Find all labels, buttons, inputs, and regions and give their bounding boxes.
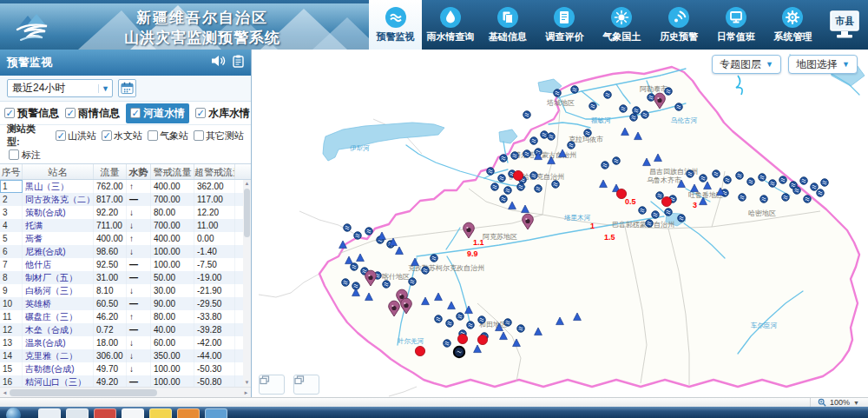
hydro-station-marker[interactable] [435, 315, 443, 323]
vertical-scroll-thumb[interactable] [244, 189, 250, 237]
hydro-station-marker[interactable] [665, 209, 673, 216]
taskbar-app-6[interactable] [177, 408, 200, 418]
hydro-station-marker[interactable] [641, 111, 649, 119]
start-button[interactable] [6, 408, 21, 418]
nav-tab-4[interactable]: 调查评价 [536, 0, 594, 50]
table-row-8[interactable]: 8制材厂（五）31.00—50.00-19.00 [0, 271, 251, 284]
hydro-station-marker[interactable] [548, 133, 556, 141]
hydro-station-marker[interactable] [782, 194, 790, 202]
hydro-station-marker[interactable] [656, 192, 664, 200]
taskbar-app-4[interactable] [122, 408, 144, 418]
hydro-station-marker[interactable] [446, 320, 454, 328]
alert-station-marker[interactable] [415, 346, 424, 355]
hydro-station-marker[interactable] [648, 94, 655, 102]
hydro-station-marker[interactable] [724, 176, 732, 184]
nav-tab-2[interactable]: 雨水情查询 [422, 0, 479, 50]
hydro-station-marker[interactable] [613, 157, 621, 165]
horizontal-scrollbar[interactable]: ◄ ► [0, 387, 251, 397]
hydro-station-marker[interactable] [504, 187, 512, 195]
filter-checkbox-2[interactable]: ✓雨情信息 [65, 106, 120, 121]
hydro-station-marker[interactable] [589, 103, 597, 110]
clipboard-icon[interactable] [233, 55, 244, 71]
hydro-station-marker[interactable] [687, 170, 694, 178]
alert-station-marker[interactable] [477, 335, 487, 344]
hydro-station-marker[interactable] [354, 232, 362, 240]
hydro-station-marker[interactable] [713, 170, 720, 178]
table-row-3[interactable]: 3策勒(合成)92.20↓80.0012.20 [0, 206, 251, 219]
hydro-station-marker[interactable] [523, 150, 531, 158]
hydro-station-marker[interactable] [736, 172, 744, 180]
hydro-station-marker[interactable] [431, 255, 438, 262]
vertical-scrollbar[interactable]: ▲ ▼ [243, 180, 251, 387]
station-type-checkbox-2[interactable]: ✓水文站 [102, 129, 142, 143]
hydro-station-marker[interactable] [747, 178, 755, 186]
black-alert-marker[interactable] [454, 347, 464, 357]
nav-tab-8[interactable]: 系统管理 [765, 0, 822, 50]
map-canvas[interactable]: 阿勒泰市塔城地区克拉玛依市博尔塔拉蒙古自治州伊犁哈萨克自治州昌吉回族自治州乌鲁木… [252, 50, 868, 397]
table-row-4[interactable]: 4托满711.00↓700.0011.00 [0, 219, 251, 232]
table-row-11[interactable]: 11碾盘庄（三）46.20↑80.00-33.80 [0, 310, 251, 323]
map-select-button[interactable]: 地图选择▼ [788, 55, 858, 74]
station-type-checkbox-4[interactable]: 其它测站 [194, 129, 244, 143]
nav-tab-1[interactable]: 预警监视 [369, 0, 422, 50]
hydro-station-marker[interactable] [665, 88, 673, 96]
hydro-station-marker[interactable] [571, 86, 579, 94]
scroll-right-arrow[interactable]: ► [241, 390, 251, 395]
taskbar-app-5[interactable] [149, 408, 172, 418]
theme-layers-button[interactable]: 专题图层▼ [712, 55, 781, 74]
nav-tab-5[interactable]: 气象国土 [593, 0, 650, 50]
hydro-station-marker[interactable] [504, 319, 512, 327]
hydro-station-marker[interactable] [630, 114, 638, 122]
hydro-station-marker[interactable] [652, 211, 660, 219]
hydro-station-marker[interactable] [804, 196, 812, 203]
hydro-station-marker[interactable] [530, 172, 538, 180]
hydro-station-marker[interactable] [535, 185, 542, 193]
hydro-station-marker[interactable] [344, 224, 352, 232]
column-header-3[interactable]: 流量 [94, 164, 127, 179]
hydro-station-marker[interactable] [568, 142, 575, 149]
taskbar-app-7[interactable] [205, 408, 227, 418]
hydro-station-marker[interactable] [467, 322, 475, 329]
hydro-station-marker[interactable] [646, 220, 654, 228]
taskbar-app-3[interactable] [94, 408, 116, 418]
hydro-station-marker[interactable] [511, 152, 519, 160]
table-row-13[interactable]: 13温泉(合成)18.00↓60.00-42.00 [0, 336, 251, 349]
hydro-station-marker[interactable] [500, 155, 508, 163]
hydro-station-marker[interactable] [498, 175, 506, 182]
column-header-2[interactable]: 站名 [23, 164, 94, 179]
hydro-station-marker[interactable] [700, 175, 707, 182]
hydro-station-marker[interactable] [523, 111, 531, 119]
hydro-station-marker[interactable] [821, 179, 829, 187]
hydro-station-marker[interactable] [365, 228, 373, 236]
hydro-station-marker[interactable] [444, 340, 451, 348]
nav-tab-3[interactable]: 基础信息 [479, 0, 536, 50]
hydro-station-marker[interactable] [678, 215, 686, 222]
hydro-station-marker[interactable] [779, 176, 787, 184]
column-header-5[interactable]: 警戒流量 [151, 164, 194, 179]
hydro-station-marker[interactable] [633, 107, 641, 115]
table-row-6[interactable]: 6尼雅(合成)98.60↓100.00-1.40 [0, 245, 251, 258]
hydro-station-marker[interactable] [552, 181, 560, 189]
browser-zoom-control[interactable]: 100% ▼ [810, 398, 868, 407]
filter-checkbox-3[interactable]: ✓河道水情 [126, 103, 189, 123]
table-row-15[interactable]: 15吉勒德(合成)49.70↓100.00-50.30 [0, 362, 251, 375]
filter-checkbox-4[interactable]: ✓水库水情 [195, 106, 250, 121]
annotate-checkbox[interactable]: 标注 [9, 149, 41, 162]
hydro-station-marker[interactable] [478, 316, 486, 324]
hydro-station-marker[interactable] [620, 105, 628, 113]
hydro-station-marker[interactable] [769, 180, 777, 188]
hydro-station-marker[interactable] [811, 183, 819, 191]
hydro-station-marker[interactable] [541, 131, 549, 139]
alert-station-marker[interactable] [457, 334, 467, 343]
hydro-station-marker[interactable] [800, 177, 808, 185]
table-row-10[interactable]: 10英雄桥60.50—90.00-29.50 [0, 297, 251, 310]
table-row-2[interactable]: 2同古孜洛克（二）817.00—700.00117.00 [0, 193, 251, 206]
hydro-station-marker[interactable] [342, 279, 350, 287]
hydro-station-marker[interactable] [639, 207, 647, 215]
restore-panel-button[interactable] [259, 375, 285, 395]
horizontal-scroll-thumb[interactable] [10, 389, 157, 396]
hydro-station-marker[interactable] [554, 90, 562, 97]
station-type-checkbox-3[interactable]: 气象站 [148, 129, 188, 143]
taskbar-app-1[interactable] [38, 408, 61, 418]
hydro-station-marker[interactable] [793, 187, 801, 195]
